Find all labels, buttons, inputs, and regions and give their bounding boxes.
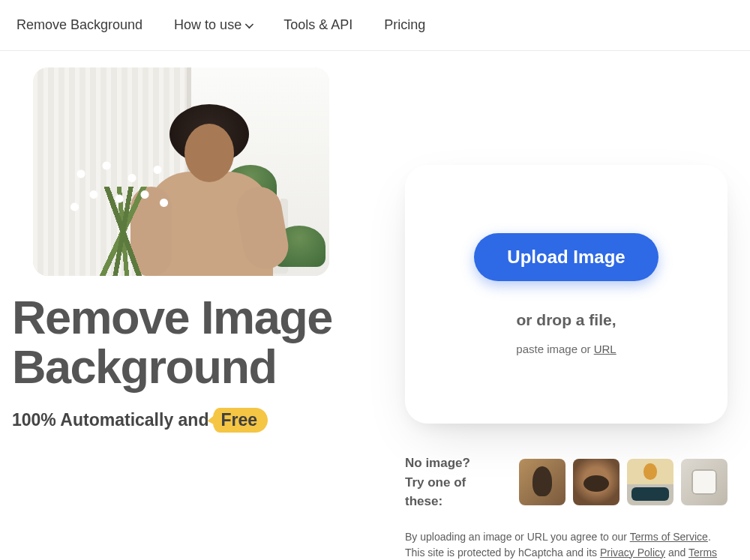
nav-remove-background[interactable]: Remove Background (16, 17, 142, 33)
paste-url-link[interactable]: URL (594, 343, 616, 355)
sample-thumb[interactable] (681, 459, 728, 505)
headline-line: Remove Image (12, 291, 332, 343)
top-nav: Remove Background How to use Tools & API… (0, 0, 750, 51)
sample-thumbs (519, 459, 728, 505)
sample-images-row: No image? Try one of these: (405, 454, 728, 511)
sample-thumb[interactable] (627, 459, 674, 505)
legal-and: and (665, 547, 688, 559)
nav-label: Tools & API (284, 17, 352, 33)
headline-line: Background (12, 340, 277, 393)
samples-line1: No image? (405, 456, 470, 470)
sample-images-text: No image? Try one of these: (405, 454, 506, 511)
nav-tools-api[interactable]: Tools & API (284, 17, 352, 33)
legal-text: By uploading an image or URL you agree t… (405, 529, 728, 561)
sample-thumb[interactable] (573, 459, 620, 505)
tos-link[interactable]: Terms of Service (630, 531, 708, 543)
upload-card[interactable]: Upload Image or drop a file, paste image… (405, 165, 728, 424)
nav-pricing[interactable]: Pricing (384, 17, 425, 33)
page-headline: Remove Image Background (12, 292, 360, 391)
paste-prefix: paste image or (516, 343, 593, 355)
free-badge: Free (213, 408, 268, 433)
nav-label: How to use (174, 17, 242, 33)
privacy-link[interactable]: Privacy Policy (600, 547, 665, 559)
nav-how-to-use[interactable]: How to use (174, 17, 252, 33)
upload-column: Upload Image or drop a file, paste image… (405, 67, 750, 560)
hero-column: Remove Image Background 100% Automatical… (0, 67, 360, 560)
paste-text: paste image or URL (516, 343, 616, 355)
nav-label: Pricing (384, 17, 425, 33)
chevron-down-icon (245, 19, 254, 28)
main-content: Remove Image Background 100% Automatical… (0, 51, 750, 560)
drop-file-text: or drop a file, (516, 311, 616, 329)
upload-image-button[interactable]: Upload Image (474, 233, 658, 281)
subhead-text: 100% Automatically and (12, 410, 208, 430)
page-subhead: 100% Automatically and Free (12, 408, 360, 433)
nav-label: Remove Background (16, 17, 142, 33)
sample-thumb[interactable] (519, 459, 566, 505)
samples-line2: Try one of these: (405, 475, 466, 509)
legal-prefix: By uploading an image or URL you agree t… (405, 531, 630, 543)
hero-image (33, 67, 329, 276)
